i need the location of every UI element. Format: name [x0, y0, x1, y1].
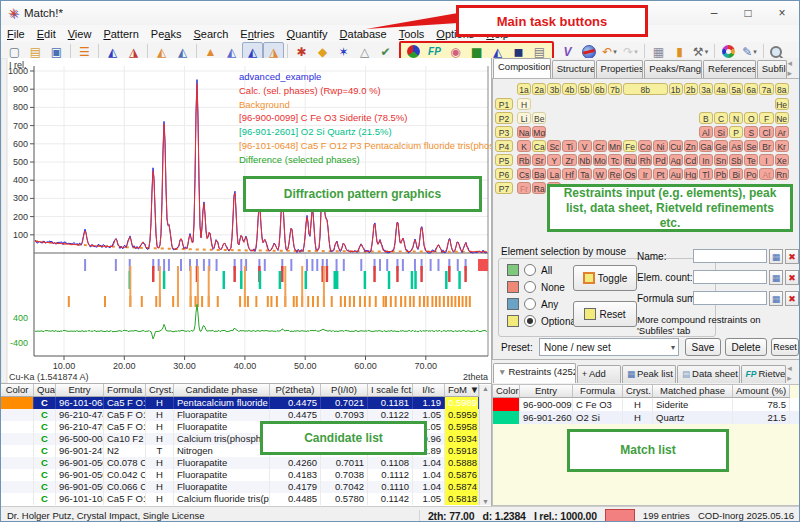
- element-cell-O[interactable]: O: [744, 112, 758, 124]
- reset-elements-button[interactable]: Reset: [573, 301, 637, 327]
- candidate-row[interactable]: C96-901-0507C0.066 Ca...HFluorapatite0.4…: [1, 481, 491, 493]
- scroll-down-icon[interactable]: ▼: [482, 498, 489, 505]
- element-cell-Be[interactable]: Be: [532, 112, 546, 124]
- candidate-col-candidatephase[interactable]: Candidate phase: [174, 384, 270, 397]
- element-cell-Ba[interactable]: Ba: [532, 168, 546, 180]
- diffraction-pattern-panel[interactable]: 1000900800700600500400300200100400-40010…: [1, 58, 491, 383]
- element-cell-Ne[interactable]: Ne: [775, 112, 789, 124]
- element-cell-Rh[interactable]: Rh: [638, 154, 652, 166]
- formula-sum-input[interactable]: [693, 291, 767, 305]
- group-header-7a[interactable]: 7a: [759, 83, 773, 95]
- period-label-P1[interactable]: P1: [495, 98, 513, 110]
- element-cell-Pb[interactable]: Pb: [714, 168, 728, 180]
- candidate-col-p2theta[interactable]: P(2theta): [270, 384, 321, 397]
- tab-peaks-ranges[interactable]: Peaks/Ranges: [644, 60, 702, 78]
- group-header-5a[interactable]: 5a: [729, 83, 743, 95]
- element-cell-Al[interactable]: Al: [699, 126, 713, 138]
- radio-none[interactable]: [524, 281, 536, 293]
- group-header-8a[interactable]: 8a: [775, 83, 789, 95]
- match-col-cryst[interactable]: Cryst.: [623, 385, 653, 398]
- element-cell-Br[interactable]: Br: [759, 140, 773, 152]
- candidate-col-cryst[interactable]: Cryst.: [146, 384, 174, 397]
- element-mode-optional[interactable]: Optional: [507, 315, 578, 327]
- element-mode-all[interactable]: All: [507, 264, 552, 276]
- element-cell-Sn[interactable]: Sn: [714, 154, 728, 166]
- preset-reset-button[interactable]: Reset: [771, 338, 799, 356]
- menu-file[interactable]: File: [1, 27, 31, 41]
- element-cell-I[interactable]: I: [759, 154, 773, 166]
- element-cell-As[interactable]: As: [729, 140, 743, 152]
- minimize-button[interactable]: –: [697, 1, 731, 25]
- tab-rietveld[interactable]: FPRietveld: [741, 365, 787, 383]
- candidate-col-entry[interactable]: Entry: [56, 384, 104, 397]
- tab-properties[interactable]: Properties: [596, 60, 644, 78]
- match-row[interactable]: 96-900-0099C Fe O3HSiderite78.5: [493, 398, 799, 411]
- candidate-scrollbar[interactable]: ▲ ▼: [479, 385, 491, 505]
- tab-add[interactable]: +Add: [577, 365, 621, 383]
- tab-subfiles[interactable]: Subfiles: [757, 60, 787, 78]
- element-cell-Xe[interactable]: Xe: [775, 154, 789, 166]
- match-col-matchedphase[interactable]: Matched phase: [653, 385, 733, 398]
- period-label-P5[interactable]: P5: [495, 154, 513, 166]
- period-label-P6[interactable]: P6: [495, 168, 513, 180]
- element-cell-Sb[interactable]: Sb: [729, 154, 743, 166]
- element-cell-Ru[interactable]: Ru: [623, 154, 637, 166]
- group-header-5b[interactable]: 5b: [578, 83, 592, 95]
- match-row[interactable]: 96-901-2601O2 SiHQuartz21.5: [493, 411, 799, 424]
- group-header-7b[interactable]: 7b: [608, 83, 622, 95]
- menu-search[interactable]: Search: [187, 27, 234, 41]
- element-mode-none[interactable]: None: [507, 281, 565, 293]
- element-cell-Sr[interactable]: Sr: [532, 154, 546, 166]
- match-col-formula[interactable]: Formula: [573, 385, 623, 398]
- element-cell-Co[interactable]: Co: [638, 140, 652, 152]
- candidate-col-pii0[interactable]: P(I/I0): [321, 384, 368, 397]
- candidate-row[interactable]: C96-901-0506C0.078 Ca...HFluorapatite0.4…: [1, 457, 491, 469]
- element-cell-Nb[interactable]: Nb: [578, 154, 592, 166]
- element-cell-Fr[interactable]: Fr: [517, 182, 531, 194]
- element-cell-F[interactable]: F: [759, 112, 773, 124]
- element-cell-Ta[interactable]: Ta: [578, 168, 592, 180]
- element-cell-At[interactable]: At: [759, 168, 773, 180]
- element-cell-N[interactable]: N: [729, 112, 743, 124]
- element-cell-Bi[interactable]: Bi: [729, 168, 743, 180]
- menu-quantify[interactable]: Quantify: [281, 27, 334, 41]
- name-clear-icon[interactable]: ✖: [785, 249, 799, 264]
- toggle-button[interactable]: Toggle: [573, 265, 637, 291]
- chevron-down-icon[interactable]: ▾: [705, 48, 709, 55]
- candidate-row[interactable]: C96-101-1045Ca5 F O12...HCalcium fluorid…: [1, 493, 491, 505]
- element-cell-Ni[interactable]: Ni: [653, 140, 667, 152]
- group-header-6b[interactable]: 6b: [593, 83, 607, 95]
- element-cell-Fe[interactable]: Fe: [623, 140, 637, 152]
- element-cell-Cr[interactable]: Cr: [593, 140, 607, 152]
- menu-pattern[interactable]: Pattern: [97, 27, 144, 41]
- element-cell-Ga[interactable]: Ga: [699, 140, 713, 152]
- element-cell-V[interactable]: V: [578, 140, 592, 152]
- name-table-icon[interactable]: ▦: [769, 249, 783, 264]
- element-cell-Rb[interactable]: Rb: [517, 154, 531, 166]
- period-label-P3[interactable]: P3: [495, 126, 513, 138]
- element-cell-Ca[interactable]: Ca: [532, 140, 546, 152]
- elem-count-clear-icon[interactable]: ✖: [785, 270, 799, 285]
- element-cell-Rn[interactable]: Rn: [775, 168, 789, 180]
- group-header-8b[interactable]: 8b: [623, 83, 668, 95]
- element-cell-Na[interactable]: Na: [517, 126, 531, 138]
- element-cell-H[interactable]: H: [517, 98, 531, 110]
- element-cell-K[interactable]: K: [517, 140, 531, 152]
- element-cell-Tl[interactable]: Tl: [699, 168, 713, 180]
- group-header-3b[interactable]: 3b: [547, 83, 561, 95]
- elem-count-input[interactable]: [693, 270, 767, 284]
- element-cell-Sc[interactable]: Sc: [547, 140, 561, 152]
- element-cell-Zr[interactable]: Zr: [562, 154, 576, 166]
- formula-sum-table-icon[interactable]: ▦: [769, 291, 783, 306]
- element-cell-S[interactable]: S: [744, 126, 758, 138]
- elem-count-table-icon[interactable]: ▦: [769, 270, 783, 285]
- tab-peak-list[interactable]: ▦Peak list: [622, 365, 676, 383]
- maximize-button[interactable]: □: [731, 1, 765, 25]
- element-cell-Ti[interactable]: Ti: [562, 140, 576, 152]
- element-cell-Cl[interactable]: Cl: [759, 126, 773, 138]
- element-cell-W[interactable]: W: [593, 168, 607, 180]
- group-header-4a[interactable]: 4a: [714, 83, 728, 95]
- menu-entries[interactable]: Entries: [234, 27, 280, 41]
- group-header-4b[interactable]: 4b: [562, 83, 576, 95]
- element-cell-Ge[interactable]: Ge: [714, 140, 728, 152]
